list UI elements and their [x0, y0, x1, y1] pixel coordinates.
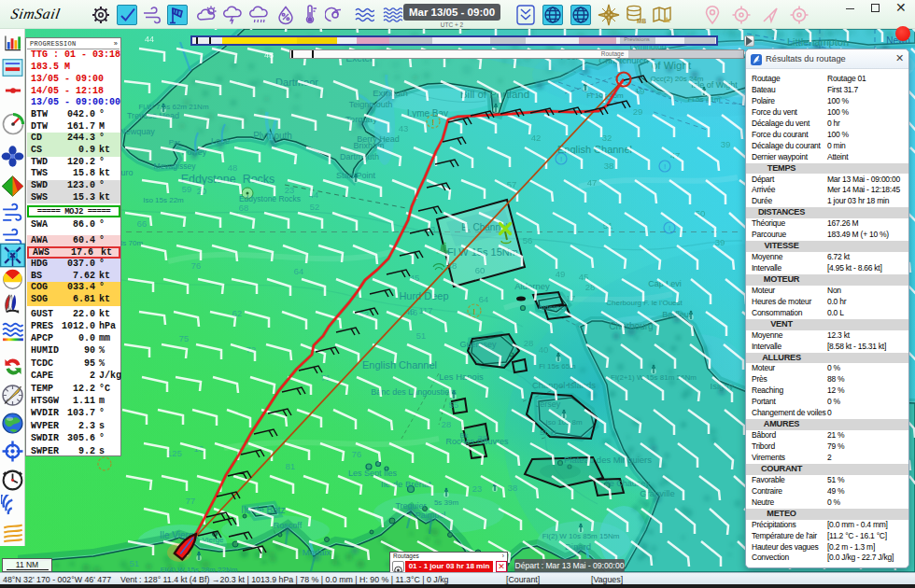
svg-text:32: 32 — [602, 133, 612, 143]
svg-text:64: 64 — [479, 294, 489, 304]
svg-text:59: 59 — [182, 184, 192, 194]
svg-text:Iso 15s 22m: Iso 15s 22m — [143, 196, 184, 204]
svg-text:56: 56 — [523, 235, 533, 245]
svg-text:28: 28 — [524, 338, 534, 348]
svg-text:77: 77 — [186, 496, 196, 506]
svg-text:66: 66 — [137, 218, 148, 229]
svg-text:81: 81 — [286, 461, 296, 471]
svg-text:40: 40 — [539, 344, 549, 355]
svg-text:Roscoff: Roscoff — [274, 521, 303, 530]
svg-text:23: 23 — [472, 483, 483, 494]
svg-text:52: 52 — [310, 202, 320, 212]
svg-text:!: ! — [432, 118, 435, 127]
svg-text:38: 38 — [604, 161, 614, 171]
svg-text:39: 39 — [715, 237, 725, 247]
svg-text:Fl.W 7.5s 62m 21Nm: Fl.W 7.5s 62m 21Nm — [138, 103, 208, 111]
svg-text:68: 68 — [239, 203, 249, 213]
svg-text:St. H: St. H — [540, 428, 556, 437]
svg-text:60: 60 — [475, 265, 486, 275]
svg-text:Treguier: Treguier — [395, 501, 426, 511]
svg-text:Fl(2) W 10s 85m 15Nm: Fl(2) W 10s 85m 15Nm — [542, 532, 620, 540]
svg-text:43: 43 — [399, 123, 409, 133]
svg-text:uro: uro — [120, 168, 133, 177]
svg-text:Cherbourg: Cherbourg — [609, 321, 653, 331]
svg-text:29: 29 — [633, 106, 643, 117]
svg-text:!: ! — [664, 162, 666, 171]
svg-text:5s 39m: 5s 39m — [434, 498, 459, 507]
svg-text:!: ! — [473, 307, 476, 316]
svg-text:Alderney: Alderney — [538, 303, 568, 312]
svg-text:Plateau des Minquiers: Plateau des Minquiers — [564, 455, 652, 465]
svg-text:Looe: Looe — [211, 136, 230, 146]
svg-text:23: 23 — [285, 185, 295, 195]
svg-text:Les Sept Iles: Les Sept Iles — [348, 469, 398, 478]
svg-text:39: 39 — [721, 139, 731, 149]
svg-text:125: 125 — [167, 448, 182, 458]
svg-text:38: 38 — [508, 483, 518, 493]
svg-text:Fl 5s 41m: Fl 5s 41m — [687, 95, 720, 104]
svg-text:Fl(4) W 15s 28m 22Nm: Fl(4) W 15s 28m 22Nm — [161, 566, 238, 572]
svg-text:55: 55 — [449, 399, 459, 410]
svg-text:Mevagissey: Mevagissey — [154, 161, 197, 171]
svg-text:Littlehampton: Littlehampton — [787, 36, 849, 48]
svg-text:Teignmouth: Teignmouth — [349, 100, 393, 109]
svg-text:76: 76 — [352, 449, 362, 459]
svg-text:Start Point: Start Point — [336, 171, 376, 180]
svg-text:Dinard: Dinard — [565, 541, 591, 552]
svg-text:Plymouth: Plymouth — [253, 131, 292, 141]
svg-text:51: 51 — [416, 330, 427, 341]
svg-text:Cherbourg F. le l'Ouest: Cherbourg F. le l'Ouest — [606, 299, 683, 307]
svg-text:Newquay: Newquay — [120, 127, 155, 136]
svg-text:38: 38 — [478, 433, 488, 443]
svg-text:Jersey: Jersey — [536, 399, 561, 409]
svg-text:28: 28 — [442, 419, 452, 429]
svg-text:Les Hanois: Les Hanois — [439, 371, 484, 382]
svg-text:49: 49 — [556, 269, 566, 279]
svg-text:44: 44 — [145, 35, 154, 44]
svg-text:Guernsey: Guernsey — [459, 340, 497, 349]
svg-text:MB: MB — [637, 18, 646, 24]
svg-text:64: 64 — [294, 266, 304, 276]
svg-text:Bk: Bk — [460, 431, 469, 440]
svg-text:Occ(2) 20s 24m: Occ(2) 20s 24m — [651, 75, 704, 83]
svg-text:Par: Par — [169, 138, 181, 147]
svg-text:3s 70m: 3s 70m — [119, 239, 144, 247]
svg-text:!: ! — [560, 155, 562, 163]
svg-text:!: ! — [669, 224, 670, 232]
svg-text:76: 76 — [191, 260, 202, 271]
svg-text:75: 75 — [179, 333, 190, 343]
svg-text:48: 48 — [228, 162, 238, 173]
svg-text:English Channel: English Channel — [362, 359, 437, 371]
svg-text:47: 47 — [587, 177, 598, 188]
svg-text:51: 51 — [130, 558, 140, 568]
svg-text:42: 42 — [531, 133, 542, 143]
